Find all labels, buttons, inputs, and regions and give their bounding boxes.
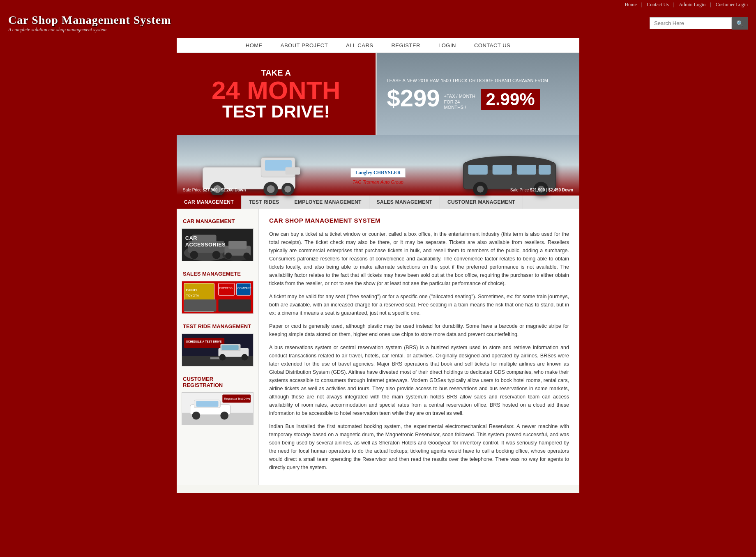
banner-lease-text: LEASE A NEW 2016 RAM 1500 TRUCK OR DODGE… — [387, 78, 548, 83]
brand-tag: TAG Trotman Auto Group — [353, 180, 403, 184]
nav-register[interactable]: REGISTER — [382, 38, 429, 53]
main-nav: HOME ABOUT PROJECT ALL CARS REGISTER LOG… — [177, 38, 579, 53]
admin-login-link[interactable]: Admin Login — [679, 2, 705, 7]
content-wrapper: HOME ABOUT PROJECT ALL CARS REGISTER LOG… — [177, 38, 579, 493]
nav-contact[interactable]: CONTACT US — [465, 38, 519, 53]
svg-point-59 — [220, 412, 228, 420]
test-ride-image: SCHEDULE A TEST DRIVE — [182, 334, 253, 366]
sidebar-test-ride-img[interactable]: SCHEDULE A TEST DRIVE — [182, 334, 254, 366]
svg-rect-15 — [539, 165, 551, 175]
car2-sale-info: Sale Price $21,900 | $2,450 Down — [510, 188, 573, 192]
svg-text:CAR: CAR — [185, 235, 197, 241]
footer-spacer — [177, 485, 579, 493]
banner-price: $299 — [387, 86, 440, 110]
content-para-5: Indian Bus installed the first automated… — [269, 422, 569, 472]
sidebar-test-ride-title: TEST RIDE MANAGEMENT — [177, 320, 258, 331]
svg-text:EXPRESS: EXPRESS — [219, 287, 233, 290]
tab-test-rides[interactable]: TEST RIDES — [242, 196, 287, 209]
banner-price-sub: +TAX / MONTH FOR 24 MONTHS / — [444, 94, 477, 110]
svg-point-29 — [225, 253, 232, 259]
svg-text:BOCH: BOCH — [186, 288, 197, 292]
sidebar-sales-img[interactable]: BOCH TOYOTA EXPRESS COMPARE — [182, 281, 254, 314]
top-bar: Home | Contact Us | Admin Login | Custom… — [0, 0, 756, 9]
site-title: Car Shop Management System A complete so… — [8, 14, 171, 33]
banner-rate: 2.99% — [481, 89, 540, 110]
brand-langley: Langley CHRYSLER — [351, 168, 406, 177]
nav-about[interactable]: ABOUT PROJECT — [272, 38, 337, 53]
banner-24-month: 24 MONTH — [212, 78, 340, 103]
svg-point-9 — [284, 186, 291, 193]
svg-rect-12 — [468, 165, 488, 175]
svg-rect-42 — [218, 299, 251, 311]
content-para-1: One can buy a ticket at a ticket window … — [269, 230, 569, 288]
svg-point-7 — [267, 185, 275, 193]
search-input[interactable] — [650, 17, 732, 29]
sidebar-car-management-title: CAR MANAGEMENT — [177, 215, 258, 226]
banner-top-row: TAKE A 24 MONTH TEST DRIVE! LEASE A NEW … — [177, 53, 579, 135]
svg-point-25 — [212, 251, 221, 259]
header: Car Shop Management System A complete so… — [0, 9, 756, 38]
banner-test-drive: TEST DRIVE! — [222, 103, 330, 120]
banner-promo-left: TAKE A 24 MONTH TEST DRIVE! — [177, 53, 376, 135]
nav-all-cars[interactable]: ALL CARS — [337, 38, 382, 53]
content-para-3: Paper or card is generally used, althoug… — [269, 322, 569, 338]
banner: TAKE A 24 MONTH TEST DRIVE! LEASE A NEW … — [177, 53, 579, 195]
content-para-4: A bus reservations system or central res… — [269, 343, 569, 417]
tab-sales-management[interactable]: SALES MANAGEMENT — [369, 196, 440, 209]
svg-rect-28 — [228, 241, 247, 249]
svg-text:ACCESSORIES: ACCESSORIES — [185, 242, 226, 248]
search-box: 🔍 — [650, 17, 748, 30]
car1-sale-info: Sale Price $27,900 | $2,200 Down — [183, 188, 246, 192]
site-subtitle: A complete solution car shop management … — [8, 27, 171, 33]
tab-employee-management[interactable]: EMPLOYEE MANAGEMENT — [287, 196, 369, 209]
svg-rect-13 — [493, 165, 512, 175]
sidebar-customer-reg-title: CUSTOMER REGISTRATION — [177, 373, 258, 390]
svg-point-17 — [477, 186, 484, 193]
svg-text:Request a Test Drive: Request a Test Drive — [224, 397, 250, 400]
svg-point-51 — [219, 354, 226, 361]
svg-point-24 — [190, 251, 198, 259]
nav-login[interactable]: LOGIN — [429, 38, 465, 53]
svg-point-58 — [192, 412, 201, 420]
svg-point-30 — [243, 253, 250, 259]
site-name: Car Shop Management System — [8, 14, 171, 27]
svg-point-52 — [241, 354, 248, 361]
svg-text:TOYOTA: TOYOTA — [186, 294, 199, 297]
content-para-2: A ticket may be valid for any seat ("fre… — [269, 292, 569, 317]
tab-customer-management[interactable]: CUSTOMER MANAGEMENT — [440, 196, 523, 209]
banner-bottom-row: Langley CHRYSLER TAG Trotman Auto Group — [177, 135, 579, 195]
sidebar: CAR MANAGEMENT CAR — [177, 209, 259, 485]
brand-logos: Langley CHRYSLER TAG Trotman Auto Group — [351, 168, 406, 184]
svg-rect-3 — [286, 167, 300, 175]
svg-rect-50 — [221, 345, 238, 350]
customer-login-link[interactable]: Customer Login — [716, 2, 748, 7]
sales-image: BOCH TOYOTA EXPRESS COMPARE — [182, 281, 253, 314]
svg-rect-57 — [196, 401, 218, 407]
svg-rect-41 — [184, 299, 217, 311]
search-button[interactable]: 🔍 — [732, 17, 748, 30]
svg-rect-14 — [517, 165, 536, 175]
svg-text:SCHEDULE A TEST DRIVE: SCHEDULE A TEST DRIVE — [186, 340, 222, 343]
contact-us-link[interactable]: Contact Us — [647, 2, 669, 7]
nav-home[interactable]: HOME — [237, 38, 272, 53]
car-accessories-image: CAR ACCESSORIES — [182, 228, 253, 261]
sidebar-customer-reg-img[interactable]: Request a Test Drive — [182, 392, 254, 425]
banner-promo-right: LEASE A NEW 2016 RAM 1500 TRUCK OR DODGE… — [376, 53, 580, 135]
main-content: CAR SHOP MANAGEMENT SYSTEM One can buy a… — [259, 209, 579, 485]
content-title: CAR SHOP MANAGEMENT SYSTEM — [269, 217, 569, 224]
sidebar-car-accessories-img[interactable]: CAR ACCESSORIES — [182, 228, 254, 261]
customer-reg-image: Request a Test Drive — [182, 392, 253, 425]
svg-text:COMPARE: COMPARE — [237, 287, 252, 290]
tab-bar: CAR MANAGEMENT TEST RIDES EMPLOYEE MANAG… — [177, 195, 579, 209]
sidebar-sales-title: SALES MANAGEMETE — [177, 267, 258, 279]
tab-car-management[interactable]: CAR MANAGEMENT — [177, 196, 242, 209]
home-link[interactable]: Home — [625, 2, 636, 7]
main-layout: CAR MANAGEMENT CAR — [177, 209, 579, 485]
